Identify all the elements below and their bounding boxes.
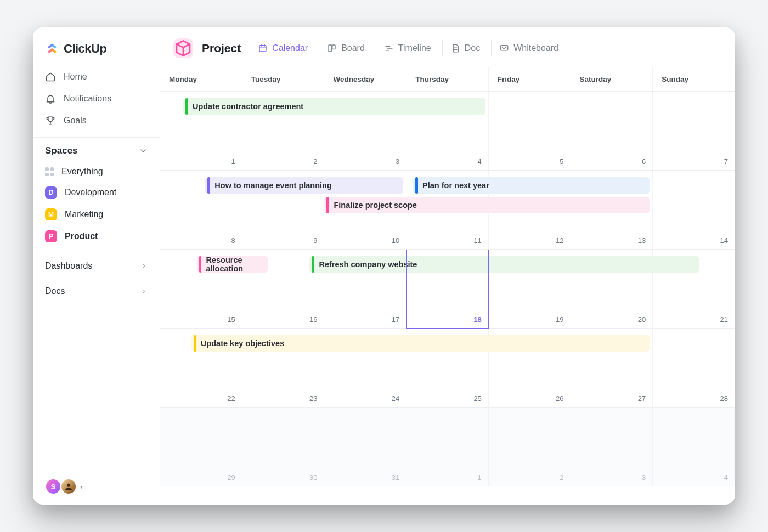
day-cell[interactable]: 7	[653, 92, 735, 171]
dow-cell: Sunday	[653, 67, 735, 91]
svg-rect-4	[500, 46, 508, 50]
brand-logo[interactable]: ClickUp	[33, 27, 160, 66]
spaces-header[interactable]: Spaces	[33, 137, 160, 162]
space-product-label: Product	[65, 231, 98, 241]
calendar-event[interactable]: Update contractor agreement	[183, 98, 485, 115]
calendar-event[interactable]: How to manage event planning	[205, 177, 403, 194]
app-window: ClickUp Home Notifications Goals Spaces …	[33, 27, 735, 505]
day-cell[interactable]: 3	[571, 408, 653, 486]
event-color-bar	[199, 256, 201, 273]
tab-doc[interactable]: Doc	[442, 40, 488, 56]
everything-icon	[45, 167, 54, 176]
cube-icon	[173, 38, 193, 58]
brand-name: ClickUp	[64, 42, 106, 56]
event-color-bar	[415, 177, 418, 194]
event-label: Finalize project scope	[334, 201, 417, 210]
day-cell[interactable]: 18	[406, 250, 489, 329]
doc-icon	[450, 43, 460, 53]
dow-cell: Monday	[160, 67, 242, 91]
day-cell[interactable]: 30	[242, 408, 325, 486]
nav-goals[interactable]: Goals	[33, 110, 160, 132]
tab-whiteboard[interactable]: Whiteboard	[491, 40, 566, 56]
board-icon	[327, 43, 337, 53]
day-of-week-header: MondayTuesdayWednesdayThursdayFridaySatu…	[160, 67, 735, 92]
space-everything[interactable]: Everything	[33, 162, 160, 182]
event-label: Plan for next year	[422, 181, 489, 190]
chevron-down-icon	[139, 146, 148, 155]
dow-cell: Thursday	[406, 67, 489, 91]
day-cell[interactable]: 4	[653, 408, 735, 486]
avatar: S	[45, 478, 61, 495]
event-label: Update key objectives	[201, 339, 284, 348]
sidebar: ClickUp Home Notifications Goals Spaces …	[33, 27, 160, 505]
chevron-down-icon: ▾	[80, 484, 83, 490]
event-label: Update contractor agreement	[193, 102, 303, 111]
space-development-label: Development	[65, 188, 116, 197]
tab-calendar-label: Calendar	[272, 43, 308, 53]
tab-timeline[interactable]: Timeline	[376, 40, 439, 56]
day-cell[interactable]: 2	[489, 408, 571, 486]
week-row: 22232425262728Update key objectives	[160, 329, 735, 408]
bell-icon	[45, 93, 56, 104]
topbar: Project Calendar Board Timeline Doc Whit…	[160, 27, 735, 67]
event-color-bar	[194, 335, 196, 352]
space-development[interactable]: D Development	[33, 182, 160, 203]
day-cell[interactable]: 14	[653, 171, 735, 250]
trophy-icon	[45, 115, 56, 126]
svg-rect-1	[259, 46, 266, 52]
dow-cell: Saturday	[571, 67, 653, 91]
week-row: 15161718192021Resource allocationRefresh…	[160, 250, 735, 329]
event-label: Refresh company website	[319, 260, 417, 269]
calendar-event[interactable]: Resource allocation	[197, 256, 268, 273]
project-title: Project	[202, 42, 241, 55]
timeline-icon	[384, 43, 394, 53]
chevron-right-icon	[140, 262, 148, 270]
sidebar-docs[interactable]: Docs	[33, 279, 160, 304]
svg-rect-2	[329, 45, 331, 52]
nav-home[interactable]: Home	[33, 66, 160, 88]
svg-point-0	[67, 484, 70, 487]
weeks-container: 1234567Update contractor agreement891011…	[160, 92, 735, 486]
tab-calendar[interactable]: Calendar	[250, 40, 315, 56]
user-avatars[interactable]: S ▾	[45, 478, 83, 495]
dashboards-label: Dashboards	[45, 261, 92, 271]
calendar-event[interactable]: Plan for next year	[413, 177, 650, 194]
calendar-icon	[258, 43, 268, 53]
tab-timeline-label: Timeline	[398, 43, 431, 53]
tab-board[interactable]: Board	[319, 40, 372, 56]
nav-notifications-label: Notifications	[64, 94, 111, 104]
calendar-event[interactable]: Refresh company website	[309, 256, 699, 273]
nav-goals-label: Goals	[64, 116, 87, 126]
space-product[interactable]: P Product	[33, 225, 160, 247]
space-everything-label: Everything	[61, 167, 103, 177]
tab-doc-label: Doc	[465, 43, 480, 53]
week-row: 1234567Update contractor agreement	[160, 92, 735, 171]
day-cell[interactable]: 29	[160, 408, 242, 486]
clickup-logo-icon	[45, 42, 59, 56]
nav-notifications[interactable]: Notifications	[33, 88, 160, 110]
calendar-event[interactable]: Finalize project scope	[324, 197, 650, 213]
event-color-bar	[207, 177, 210, 194]
day-cell[interactable]: 1	[406, 408, 489, 486]
home-icon	[45, 71, 56, 82]
day-cell[interactable]: 31	[324, 408, 406, 486]
whiteboard-icon	[499, 43, 509, 53]
day-cell[interactable]: 28	[653, 329, 735, 408]
space-mkt-badge: M	[45, 208, 57, 220]
space-prod-badge: P	[45, 230, 57, 242]
day-cell[interactable]: 6	[571, 92, 653, 171]
week-row: 891011121314How to manage event planning…	[160, 171, 735, 250]
event-label: Resource allocation	[206, 256, 268, 273]
project-badge[interactable]	[173, 38, 193, 58]
spaces-title: Spaces	[45, 145, 78, 156]
space-marketing[interactable]: M Marketing	[33, 203, 160, 225]
svg-rect-3	[332, 45, 335, 49]
event-color-bar	[185, 98, 188, 115]
day-cell[interactable]: 5	[489, 92, 571, 171]
dow-cell: Tuesday	[242, 67, 325, 91]
tab-board-label: Board	[341, 43, 365, 53]
calendar-event[interactable]: Update key objectives	[191, 335, 650, 352]
event-color-bar	[326, 197, 329, 213]
tab-whiteboard-label: Whiteboard	[513, 43, 558, 53]
sidebar-dashboards[interactable]: Dashboards	[33, 253, 160, 279]
